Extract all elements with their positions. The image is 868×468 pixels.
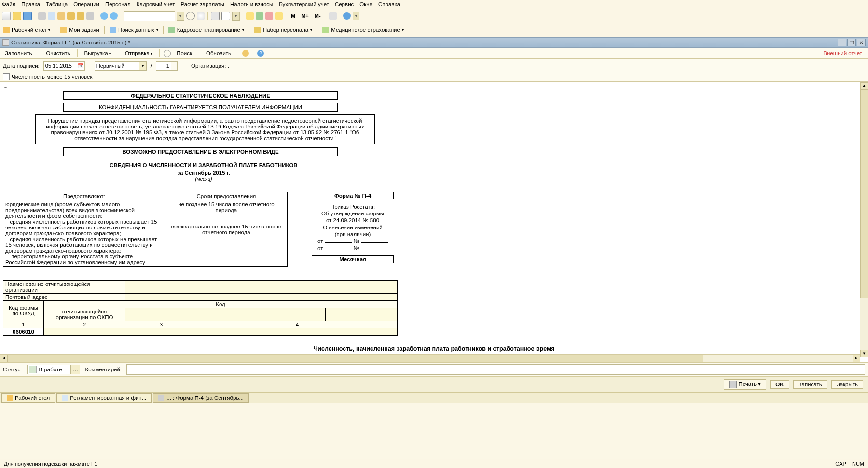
menu-payroll[interactable]: Расчет зарплаты <box>180 1 224 7</box>
separator <box>317 26 317 34</box>
okpo-value[interactable] <box>44 328 125 335</box>
doc1-icon[interactable] <box>77 12 84 20</box>
wizard-icon[interactable] <box>329 12 337 20</box>
tool-d-icon[interactable] <box>275 12 283 20</box>
memory-mplus[interactable]: M+ <box>299 13 311 19</box>
calendar-icon[interactable] <box>221 12 230 20</box>
close-button[interactable]: ✕ <box>857 39 866 46</box>
close-button[interactable]: Закрыть <box>831 380 863 389</box>
menu-windows[interactable]: Окна <box>359 1 372 7</box>
menu-help[interactable]: Справка <box>378 1 400 7</box>
menu-table[interactable]: Таблица <box>46 1 68 7</box>
menu-hr[interactable]: Кадровый учет <box>137 1 175 7</box>
fill-button[interactable]: Заполнить <box>2 50 35 57</box>
copy-icon[interactable] <box>48 12 55 20</box>
tool-a-icon[interactable] <box>246 12 254 20</box>
menu-accounting[interactable]: Бухгалтерский учет <box>279 1 329 7</box>
report-type-dd[interactable] <box>139 61 147 71</box>
nav-tasks[interactable]: Мои задачи <box>60 27 99 33</box>
send-button[interactable]: Отправка <box>122 50 155 57</box>
hiring-icon <box>254 27 261 33</box>
separator <box>35 12 35 20</box>
open-icon[interactable] <box>13 12 21 20</box>
quick-search-input[interactable] <box>124 11 175 21</box>
scroll-left-icon[interactable]: ◄ <box>0 355 8 362</box>
menu-service[interactable]: Сервис <box>335 1 354 7</box>
number-input[interactable] <box>156 61 171 71</box>
deadline-cell: не позднее 15 числа после отчетного пери… <box>165 200 287 266</box>
nav-search-data[interactable]: Поиск данных ▾ <box>110 27 158 33</box>
scroll-thumb-h[interactable] <box>8 355 703 362</box>
tab-desktop[interactable]: Рабочий стол <box>1 393 55 403</box>
menu-file[interactable]: Файл <box>2 1 15 7</box>
val-3[interactable] <box>125 328 197 335</box>
scroll-up-icon[interactable]: ▲ <box>860 82 868 90</box>
special-dd[interactable] <box>232 12 240 21</box>
status-field[interactable]: В работе <box>27 365 71 374</box>
menu-edit[interactable]: Правка <box>21 1 40 7</box>
nav-hr-plan[interactable]: Кадровое планирование ▾ <box>168 27 244 33</box>
nav-med[interactable]: Медицинское страхование ▾ <box>322 27 404 33</box>
calc-icon[interactable] <box>211 12 220 20</box>
desktop-icon <box>7 395 13 401</box>
nav-desktop[interactable]: Рабочий стол ▾ <box>3 27 50 33</box>
code3-cell[interactable] <box>125 308 197 321</box>
memory-m[interactable]: M <box>289 13 297 19</box>
status-label: Статус: <box>3 367 22 372</box>
nav-hiring[interactable]: Набор персонала ▾ <box>254 27 312 33</box>
search-icon[interactable] <box>186 12 195 20</box>
postal-cell[interactable] <box>125 293 398 300</box>
help-dd[interactable] <box>353 12 359 20</box>
scroll-right-icon[interactable]: ► <box>853 355 860 362</box>
help-icon[interactable] <box>343 12 351 20</box>
memory-mminus[interactable]: M- <box>313 13 323 19</box>
gear-icon[interactable] <box>242 50 249 57</box>
scroll-thumb[interactable] <box>860 90 868 298</box>
menu-ops[interactable]: Операции <box>73 1 99 7</box>
number-spin[interactable] <box>171 61 178 71</box>
refresh-button[interactable]: Обновить <box>203 50 234 57</box>
save-icon[interactable] <box>23 12 32 20</box>
tab-reg-report[interactable]: Регламентированная и фин... <box>56 393 152 403</box>
calendar-icon[interactable]: 📅 <box>76 61 85 71</box>
search-button[interactable]: Поиск <box>174 50 195 57</box>
less-15-checkbox[interactable] <box>3 73 10 80</box>
undo-icon[interactable] <box>100 12 108 20</box>
compare-icon[interactable] <box>67 12 75 20</box>
write-button[interactable]: Записать <box>793 380 827 389</box>
collapse-icon[interactable]: − <box>3 85 8 90</box>
val-4[interactable] <box>197 328 398 335</box>
quick-search-dd[interactable] <box>177 12 184 21</box>
doc2-icon[interactable] <box>86 12 94 20</box>
scroll-down-icon[interactable]: ▼ <box>860 350 868 357</box>
print-button[interactable]: Печать ▾ <box>724 379 766 390</box>
clear-button[interactable]: Очистить <box>43 50 73 57</box>
code4-cell[interactable] <box>197 308 326 321</box>
restore-button[interactable]: ❐ <box>847 39 856 46</box>
cut-icon[interactable] <box>38 12 46 20</box>
okud-header: Код формы по ОКУД <box>3 300 44 321</box>
help-icon[interactable]: ? <box>257 50 264 57</box>
code5-cell[interactable] <box>326 308 398 321</box>
redo-icon[interactable] <box>110 12 118 20</box>
minimize-button[interactable]: — <box>838 39 846 46</box>
vertical-scrollbar[interactable]: ▲ ▼ <box>860 82 868 357</box>
comment-input[interactable] <box>126 364 865 375</box>
report-type-select[interactable] <box>95 61 139 71</box>
new-icon[interactable] <box>2 12 11 20</box>
tab-form-p4[interactable]: ... : Форма П-4 (за Сентябрь... <box>153 393 249 403</box>
paste-icon[interactable] <box>57 12 65 20</box>
toolbar-nav: Рабочий стол ▾ Мои задачи Поиск данных ▾… <box>0 23 868 37</box>
horizontal-scrollbar[interactable]: ◄ ► <box>0 354 860 362</box>
menu-taxes[interactable]: Налоги и взносы <box>230 1 273 7</box>
status-picker[interactable]: … <box>71 365 80 374</box>
tool-c-icon[interactable] <box>265 12 273 20</box>
menu-personnel[interactable]: Персонал <box>105 1 131 7</box>
toolbar-main: M M+ M- <box>0 9 868 23</box>
org-name-cell[interactable] <box>125 280 398 293</box>
ok-button[interactable]: OK <box>770 380 789 389</box>
export-button[interactable]: Выгрузка <box>82 50 114 57</box>
sign-date-input[interactable] <box>43 61 76 71</box>
tool-b-icon[interactable] <box>256 12 263 20</box>
find-next-icon[interactable] <box>197 12 205 20</box>
